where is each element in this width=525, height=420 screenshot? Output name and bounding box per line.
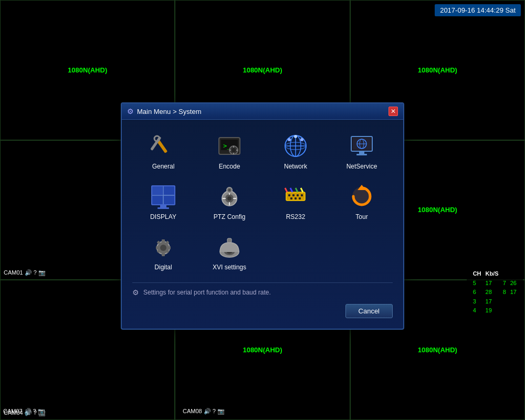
stats-header-kbs2 (508, 269, 519, 279)
menu-item-netservice[interactable]: NetService (331, 128, 393, 173)
menu-item-xvisettings[interactable]: XVI settings (198, 229, 260, 274)
svg-rect-21 (359, 151, 364, 154)
dialog-titlebar: ⚙ Main Menu > System ✕ (122, 103, 403, 120)
rs232-icon (281, 182, 310, 211)
stats-kbs8: 17 (508, 288, 519, 297)
cam-id-label-1: CAM01 🔊 ? 📷 (4, 269, 46, 276)
svg-rect-44 (290, 197, 292, 200)
tour-icon (347, 182, 376, 211)
encode-icon: >_ (215, 131, 244, 161)
digital-label: Digital (154, 264, 172, 271)
ptzconfig-icon (215, 182, 244, 211)
stats-overlay: CH Kb/S 5 17 7 26 6 28 8 17 3 17 4 19 (467, 267, 523, 318)
menu-item-tour[interactable]: Tour (331, 178, 393, 224)
display-label: DISPLAY (150, 213, 176, 220)
general-icon (149, 131, 178, 161)
svg-rect-28 (160, 205, 166, 207)
stats-ch6: 6 (471, 288, 484, 297)
svg-rect-29 (158, 207, 169, 209)
ptzconfig-label: PTZ Config (214, 213, 246, 220)
stats-kbs4: 19 (484, 306, 501, 316)
svg-rect-43 (301, 194, 303, 196)
svg-point-54 (160, 245, 166, 251)
stats-header-ch: CH (471, 269, 484, 279)
stats-ch8: 8 (501, 288, 508, 297)
cam-id-1: CAM01 🔊 ? 📷 (4, 269, 46, 276)
stats-kbs3: 17 (484, 297, 501, 307)
svg-line-48 (290, 188, 292, 192)
netservice-icon (347, 131, 376, 161)
tour-label: Tour (355, 213, 368, 220)
cam07-label: CAM07 🔊 ? 📷 (3, 408, 45, 415)
svg-rect-42 (297, 194, 299, 196)
dialog-title: ⚙ Main Menu > System (127, 107, 201, 116)
menu-item-ptzconfig[interactable]: PTZ Config (198, 178, 260, 224)
svg-point-7 (232, 148, 236, 152)
camera-label-8: 1080N(AHD) (243, 346, 282, 354)
netservice-label: NetService (346, 163, 377, 170)
svg-point-14 (300, 138, 303, 141)
svg-point-13 (288, 138, 291, 141)
status-text: Settings for serial port function and ba… (143, 289, 271, 296)
svg-rect-58 (167, 246, 171, 249)
network-label: Network (284, 163, 307, 170)
svg-point-15 (294, 135, 297, 138)
menu-item-encode[interactable]: >_ Encode (198, 128, 260, 173)
xvisettings-icon (215, 232, 244, 261)
stats-header-ch2 (501, 269, 508, 279)
gear-icon: ⚙ (127, 107, 134, 116)
svg-rect-27 (152, 186, 175, 205)
menu-grid: General >_ Encode (132, 128, 393, 274)
dialog-body: General >_ Encode (122, 120, 403, 329)
svg-line-49 (296, 188, 298, 192)
close-button[interactable]: ✕ (388, 107, 398, 116)
stats-header-kbs: Kb/S (484, 269, 501, 279)
svg-rect-56 (162, 253, 165, 256)
main-menu-dialog: ⚙ Main Menu > System ✕ (121, 102, 404, 330)
stats-ch5: 5 (471, 279, 484, 288)
svg-line-47 (285, 188, 287, 192)
camera-label-6: 1080N(AHD) (418, 206, 457, 214)
network-icon (281, 131, 310, 161)
svg-point-38 (228, 189, 230, 191)
svg-rect-46 (299, 197, 301, 200)
svg-line-50 (301, 188, 303, 192)
menu-item-rs232[interactable]: RS232 (265, 178, 327, 224)
stats-kbs6: 28 (484, 288, 501, 297)
svg-point-12 (285, 142, 306, 150)
svg-rect-41 (292, 194, 295, 196)
menu-item-digital[interactable]: Digital (132, 229, 194, 274)
svg-rect-55 (162, 239, 165, 243)
camera-label-1: 1080N(AHD) (68, 66, 107, 74)
camera-label-2: 1080N(AHD) (243, 66, 282, 74)
svg-point-32 (227, 196, 232, 201)
stats-kbs7: 26 (508, 279, 519, 288)
stats-ch7: 7 (501, 279, 508, 288)
menu-item-network[interactable]: Network (265, 128, 327, 173)
info-icon: ⚙ (132, 288, 139, 297)
stats-ch4: 4 (471, 306, 484, 316)
status-bar: ⚙ Settings for serial port function and … (132, 282, 393, 300)
menu-item-general[interactable]: General (132, 128, 194, 173)
display-icon (149, 182, 178, 211)
xvisettings-label: XVI settings (213, 264, 246, 271)
svg-point-2 (154, 136, 160, 141)
cancel-button[interactable]: Cancel (345, 304, 393, 318)
encode-label: Encode (219, 163, 240, 170)
cam08-label: CAM08 🔊 ? 📷 (183, 408, 225, 415)
camera-label-9: 1080N(AHD) (418, 346, 457, 354)
svg-rect-57 (156, 246, 159, 249)
stats-kbs5: 17 (484, 279, 501, 288)
svg-rect-22 (356, 154, 367, 155)
svg-rect-40 (288, 194, 290, 196)
datetime-display: 2017-09-16 14:44:29 Sat (435, 4, 521, 16)
camera-label-3: 1080N(AHD) (418, 66, 457, 74)
dialog-footer: Cancel (132, 300, 393, 320)
menu-item-display[interactable]: DISPLAY (132, 178, 194, 224)
rs232-label: RS232 (286, 213, 306, 220)
svg-rect-66 (227, 238, 232, 243)
general-label: General (152, 163, 175, 170)
dialog-title-text: Main Menu > System (137, 108, 201, 116)
digital-icon (149, 232, 178, 261)
svg-rect-45 (295, 197, 297, 200)
